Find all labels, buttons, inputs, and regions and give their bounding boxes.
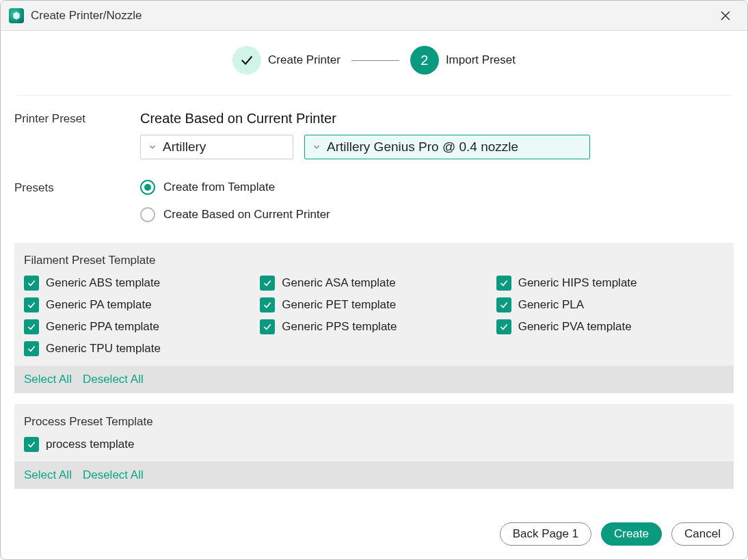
checkbox-icon [260,319,275,334]
create-button[interactable]: Create [601,522,662,546]
checkbox-label: Generic HIPS template [518,276,637,290]
checkbox-icon [24,319,39,334]
checkbox-icon [260,297,275,312]
step-create-printer: Create Printer [232,46,340,75]
checkbox-label: Generic PVA template [518,320,632,334]
filament-deselect-all[interactable]: Deselect All [83,373,144,386]
checkbox-label: Generic PPA template [46,320,159,334]
checkbox-label: Generic PPS template [282,320,397,334]
checkbox-icon [496,297,511,312]
filament-select-all[interactable]: Select All [24,373,72,386]
checkbox-item[interactable]: Generic PPS template [260,319,487,334]
radio-icon [140,207,155,222]
chevron-down-icon [148,142,157,152]
check-icon [232,46,261,75]
radio-icon [140,180,155,195]
step1-label: Create Printer [268,53,340,67]
radio-template-label: Create from Template [163,181,275,194]
checkbox-label: Generic TPU template [46,342,161,356]
filament-panel: Filament Preset Template Generic ABS tem… [14,243,734,393]
chevron-down-icon [312,142,321,152]
checkbox-label: Generic PET template [282,298,396,312]
stepper: Create Printer 2 Import Preset [14,46,734,75]
checkbox-item[interactable]: Generic ASA template [260,276,487,291]
checkbox-label: Generic ABS template [46,276,160,290]
button-row: Back Page 1 Create Cancel [1,513,747,559]
close-icon [720,10,731,21]
radio-current-label: Create Based on Current Printer [163,208,330,222]
checkbox-icon [496,319,511,334]
checkbox-item[interactable]: Generic PLA [496,297,724,312]
checkbox-item[interactable]: Generic PA template [24,297,252,312]
model-select-value: Artillery Genius Pro @ 0.4 nozzle [327,139,518,155]
brand-select[interactable]: Artillery [140,135,293,159]
window-title: Create Printer/Nozzle [31,9,142,23]
checkbox-icon [24,341,39,356]
checkbox-icon [24,276,39,291]
model-select[interactable]: Artillery Genius Pro @ 0.4 nozzle [304,135,590,159]
printer-preset-row: Printer Preset Create Based on Current P… [14,111,734,159]
filament-panel-title: Filament Preset Template [24,254,724,267]
checkbox-label: Generic PA template [46,298,152,312]
step2-number: 2 [410,46,439,75]
app-icon [9,8,24,23]
checkbox-icon [24,297,39,312]
process-deselect-all[interactable]: Deselect All [83,468,144,482]
process-select-all[interactable]: Select All [24,468,72,482]
checkbox-item[interactable]: Generic TPU template [24,341,252,356]
titlebar: Create Printer/Nozzle [1,1,747,31]
checkbox-item[interactable]: Generic PVA template [496,319,724,334]
presets-label: Presets [14,180,140,195]
checkbox-item[interactable]: process template [24,437,252,452]
back-button[interactable]: Back Page 1 [500,522,591,546]
checkbox-label: Generic ASA template [282,276,395,290]
process-grid: process template [24,437,724,452]
radio-create-from-template[interactable]: Create from Template [140,180,734,195]
checkbox-icon [260,276,275,291]
checkbox-item[interactable]: Generic PPA template [24,319,252,334]
checkbox-icon [24,437,39,452]
step-connector [351,60,399,61]
checkbox-item[interactable]: Generic PET template [260,297,487,312]
process-panel-title: Process Preset Template [24,415,724,429]
checkbox-label: Generic PLA [518,298,584,312]
cancel-button[interactable]: Cancel [671,522,734,546]
checkbox-item[interactable]: Generic ABS template [24,276,252,291]
brand-select-value: Artillery [163,139,206,155]
dialog-window: Create Printer/Nozzle Create Printer 2 I… [0,0,748,560]
printer-preset-heading: Create Based on Current Printer [140,111,734,126]
checkbox-item[interactable]: Generic HIPS template [496,276,724,291]
presets-row: Presets Create from Template Create Base… [14,180,734,222]
radio-based-on-current[interactable]: Create Based on Current Printer [140,207,734,222]
step-import-preset: 2 Import Preset [410,46,516,75]
checkbox-label: process template [46,438,134,451]
checkbox-icon [496,276,511,291]
filament-grid: Generic ABS templateGeneric ASA template… [24,276,724,356]
printer-preset-label: Printer Preset [14,111,140,126]
step2-label: Import Preset [446,53,516,67]
process-panel: Process Preset Template process template… [14,404,734,489]
close-button[interactable] [712,2,739,29]
divider [17,95,731,96]
